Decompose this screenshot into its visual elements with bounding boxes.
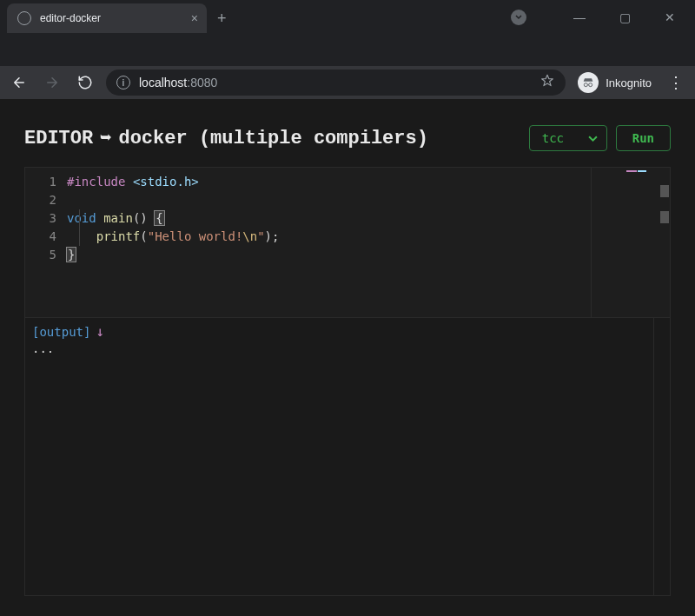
svg-point-0 — [585, 83, 588, 87]
code-editor[interactable]: 1 2 3 4 5 #include <stdio.h> void main()… — [24, 167, 671, 318]
editor-ruler — [591, 168, 592, 317]
browser-tab[interactable]: editor-docker × — [7, 3, 207, 33]
code-area[interactable]: #include <stdio.h> void main() { printf(… — [67, 168, 609, 317]
output-label: [output] — [32, 325, 90, 339]
chevron-down-icon — [588, 134, 598, 143]
maximize-button[interactable]: ▢ — [612, 10, 638, 24]
output-ruler — [653, 318, 654, 595]
scrollbar-thumb[interactable] — [660, 185, 669, 197]
svg-point-1 — [589, 83, 592, 87]
bookmark-star-icon[interactable] — [539, 73, 555, 92]
page-content: EDITOR ➥ docker (multiple compilers) tcc… — [0, 99, 695, 616]
line-gutter: 1 2 3 4 5 — [25, 168, 67, 317]
page-header: EDITOR ➥ docker (multiple compilers) tcc… — [24, 125, 671, 151]
close-window-button[interactable]: ✕ — [657, 10, 683, 24]
close-tab-icon[interactable]: × — [191, 11, 198, 25]
arrow-down-icon: ↓ — [96, 323, 104, 340]
code-line-1: #include <stdio.h> — [67, 173, 609, 191]
compiler-select[interactable]: tcc — [529, 125, 607, 151]
url-text: localhost:8080 — [139, 76, 531, 89]
window-controls: — ▢ ✕ — [566, 10, 683, 24]
reload-button[interactable] — [73, 70, 97, 95]
code-line-4: printf("Hello world!\n"); — [67, 228, 609, 246]
indent-guide — [79, 209, 80, 246]
tab-strip: editor-docker × + — [0, 2, 227, 33]
tab-favicon-icon — [17, 11, 31, 25]
incognito-icon — [578, 72, 599, 93]
editor-controls: tcc Run — [529, 125, 671, 151]
run-button[interactable]: Run — [616, 125, 671, 151]
tab-title: editor-docker — [40, 12, 182, 24]
profile-badge[interactable]: Inkognito — [574, 72, 655, 93]
browser-toolbar: i localhost:8080 Inkognito ⋮ — [0, 66, 695, 99]
output-header: [output] ↓ — [32, 323, 663, 340]
back-button[interactable] — [7, 70, 31, 95]
arrow-icon: ➥ — [100, 127, 111, 150]
profile-label: Inkognito — [606, 76, 652, 89]
output-panel: [output] ↓ ... — [24, 318, 671, 596]
page-title: EDITOR ➥ docker (multiple compilers) — [24, 127, 428, 150]
forward-button[interactable] — [40, 70, 64, 95]
minimize-button[interactable]: — — [566, 10, 592, 24]
code-line-2 — [67, 191, 609, 209]
tab-search-icon[interactable] — [511, 10, 526, 25]
site-info-icon[interactable]: i — [116, 76, 130, 89]
scrollbar-thumb-2[interactable] — [660, 211, 669, 223]
output-body: ... — [32, 341, 663, 355]
browser-menu-button[interactable]: ⋮ — [664, 73, 688, 92]
address-bar[interactable]: i localhost:8080 — [106, 70, 566, 96]
code-line-3: void main() { — [67, 209, 609, 228]
code-line-5: } — [67, 246, 609, 264]
compiler-selected-value: tcc — [542, 131, 564, 145]
new-tab-button[interactable]: + — [217, 10, 227, 28]
